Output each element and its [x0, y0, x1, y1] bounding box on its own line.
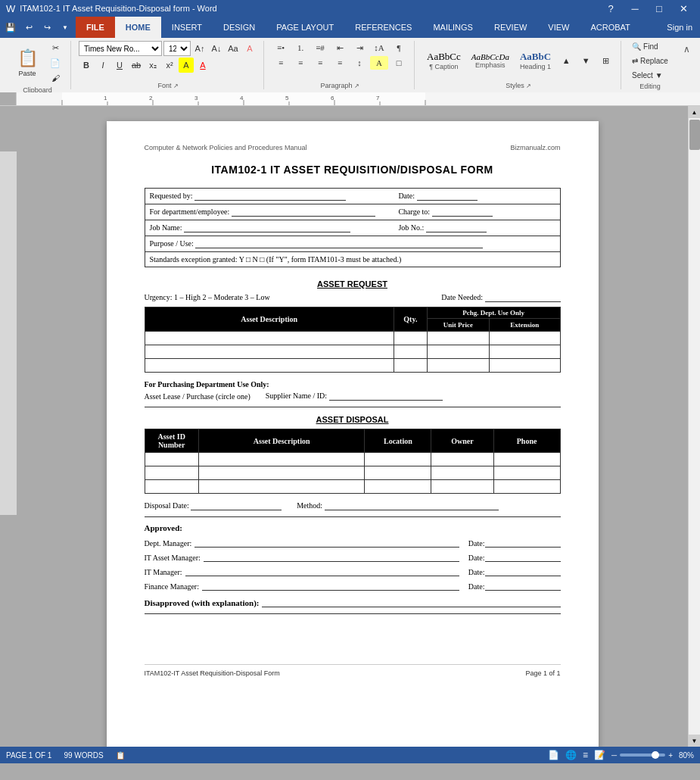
- replace-btn[interactable]: ⇄ Replace: [629, 55, 671, 67]
- zoom-slider[interactable]: [620, 753, 665, 757]
- shading-btn[interactable]: A: [370, 56, 388, 70]
- tab-references[interactable]: REFERENCES: [344, 17, 422, 38]
- svg-rect-19: [0, 151, 17, 515]
- italic-btn[interactable]: I: [95, 58, 110, 73]
- tab-design[interactable]: DESIGN: [213, 17, 266, 38]
- view-web-btn[interactable]: 🌐: [565, 750, 577, 760]
- cut-btn[interactable]: ✂: [46, 41, 64, 55]
- superscript-btn[interactable]: x²: [162, 58, 177, 73]
- font-name-select[interactable]: Times New Ro...: [79, 41, 162, 56]
- paste-btn[interactable]: 📋 Paste: [11, 42, 44, 84]
- font-size-select[interactable]: 12: [163, 41, 191, 56]
- owner-header: Owner: [431, 429, 493, 453]
- scroll-down-btn[interactable]: ▼: [689, 735, 701, 747]
- tab-mailings[interactable]: MAILINGS: [422, 17, 484, 38]
- quick-access-toolbar: 💾 ↩ ↪ ▼: [0, 19, 76, 36]
- highlight-btn[interactable]: A: [179, 58, 194, 73]
- word-icon: W: [6, 3, 15, 14]
- justify-btn[interactable]: ≡: [331, 56, 349, 70]
- tab-insert[interactable]: INSERT: [161, 17, 213, 38]
- styles-scroll-up[interactable]: ▲: [557, 54, 575, 67]
- disposal-row-1: [145, 453, 560, 466]
- font-expand-icon[interactable]: ↗: [173, 83, 179, 89]
- doc-scroll[interactable]: Computer & Network Policies and Procedur…: [17, 106, 688, 747]
- scroll-thumb[interactable]: [689, 120, 700, 150]
- sort-btn[interactable]: ↕A: [370, 41, 388, 55]
- decrease-indent-btn[interactable]: ⇤: [331, 41, 349, 55]
- status-right: 📄 🌐 ≡ 📝 ─ + 80%: [548, 750, 694, 760]
- clear-format-btn[interactable]: Aa: [226, 41, 241, 56]
- shrink-font-btn[interactable]: A↓: [209, 41, 224, 56]
- scroll-up-btn[interactable]: ▲: [689, 106, 701, 118]
- grow-font-btn[interactable]: A↑: [192, 41, 207, 56]
- zoom-in-btn[interactable]: +: [668, 751, 673, 760]
- view-print-btn[interactable]: 📄: [548, 750, 559, 760]
- styles-expand[interactable]: ⊞: [596, 54, 614, 67]
- save-qa-btn[interactable]: 💾: [3, 20, 18, 34]
- style-emphasis-label: Emphasis: [475, 61, 506, 69]
- tab-page-layout[interactable]: PAGE LAYOUT: [266, 17, 344, 38]
- underline-btn[interactable]: U: [112, 58, 127, 73]
- title-bar: W ITAM102-1 IT Asset Requisition-Disposa…: [0, 0, 700, 17]
- strikethrough-btn[interactable]: ab: [129, 58, 144, 73]
- separator-line-2: [145, 516, 561, 517]
- purchase-section: For Purchasing Department Use Only: Asse…: [145, 380, 561, 401]
- bullets-btn[interactable]: ≡•: [272, 41, 290, 55]
- it-asset-manager-date: [485, 551, 561, 562]
- text-effects-btn[interactable]: A: [242, 41, 257, 56]
- line-spacing-btn[interactable]: ↕: [350, 56, 369, 70]
- style-heading1[interactable]: AaBbC Heading 1: [515, 49, 555, 72]
- paragraph-expand-icon[interactable]: ↗: [354, 83, 359, 89]
- increase-indent-btn[interactable]: ⇥: [350, 41, 369, 55]
- zoom-bar[interactable]: ─ + 80%: [611, 751, 694, 760]
- help-btn[interactable]: ?: [600, 0, 621, 17]
- right-scrollbar[interactable]: ▲ ▼: [688, 106, 700, 747]
- purpose-cell: Purpose / Use:: [145, 236, 560, 252]
- tab-home[interactable]: HOME: [115, 17, 161, 38]
- numbering-btn[interactable]: 1.: [291, 41, 310, 55]
- subscript-btn[interactable]: x₂: [145, 58, 160, 73]
- header-right: Bizmanualz.com: [510, 144, 560, 151]
- align-right-btn[interactable]: ≡: [311, 56, 329, 70]
- tab-view[interactable]: VIEW: [537, 17, 580, 38]
- multilevel-btn[interactable]: ≡#: [311, 41, 329, 55]
- minimize-btn[interactable]: ─: [624, 0, 646, 17]
- style-caption-preview: AaBbCc: [427, 51, 461, 63]
- styles-scroll-down[interactable]: ▼: [577, 54, 595, 67]
- it-manager-date: [485, 566, 561, 576]
- redo-qa-btn[interactable]: ↪: [39, 20, 54, 34]
- align-left-btn[interactable]: ≡: [272, 56, 290, 70]
- find-btn[interactable]: 🔍 Find: [629, 41, 661, 52]
- styles-group: AaBbCc ¶ Caption AaBbCcDa Emphasis AaBbC…: [416, 41, 621, 89]
- maximize-btn[interactable]: □: [649, 0, 670, 17]
- style-heading1-preview: AaBbC: [520, 51, 551, 63]
- collapse-ribbon-btn[interactable]: ∧: [683, 41, 695, 89]
- format-painter-btn[interactable]: 🖌: [46, 71, 64, 85]
- ruler-body: 1 2 3 4 5 6 7: [17, 92, 700, 105]
- zoom-out-btn[interactable]: ─: [611, 751, 617, 760]
- font-color-btn[interactable]: A: [195, 58, 210, 73]
- proofing-icon[interactable]: 📋: [116, 751, 125, 760]
- font-label: Font ↗: [157, 82, 178, 89]
- show-para-btn[interactable]: ¶: [390, 41, 408, 55]
- tab-acrobat[interactable]: ACROBAT: [580, 17, 640, 38]
- view-outline-btn[interactable]: ≡: [583, 750, 588, 760]
- style-caption[interactable]: AaBbCc ¶ Caption: [422, 49, 465, 72]
- sign-in-btn[interactable]: Sign in: [659, 20, 700, 35]
- align-center-btn[interactable]: ≡: [291, 56, 310, 70]
- customize-qa-btn[interactable]: ▼: [58, 20, 73, 34]
- undo-qa-btn[interactable]: ↩: [21, 20, 36, 34]
- tab-review[interactable]: REVIEW: [484, 17, 537, 38]
- view-draft-btn[interactable]: 📝: [594, 750, 605, 760]
- paragraph-label: Paragraph ↗: [320, 82, 359, 89]
- bold-btn[interactable]: B: [79, 58, 94, 73]
- tab-file[interactable]: FILE: [76, 17, 115, 38]
- borders-btn[interactable]: □: [390, 56, 408, 70]
- svg-text:3: 3: [194, 95, 198, 101]
- copy-btn[interactable]: 📄: [46, 56, 64, 70]
- styles-expand-icon[interactable]: ↗: [526, 83, 531, 89]
- select-btn[interactable]: Select ▼: [629, 70, 665, 81]
- close-btn[interactable]: ✕: [673, 0, 694, 17]
- style-emphasis[interactable]: AaBbCcDa Emphasis: [467, 51, 514, 70]
- asset-req-row-2: [145, 345, 560, 359]
